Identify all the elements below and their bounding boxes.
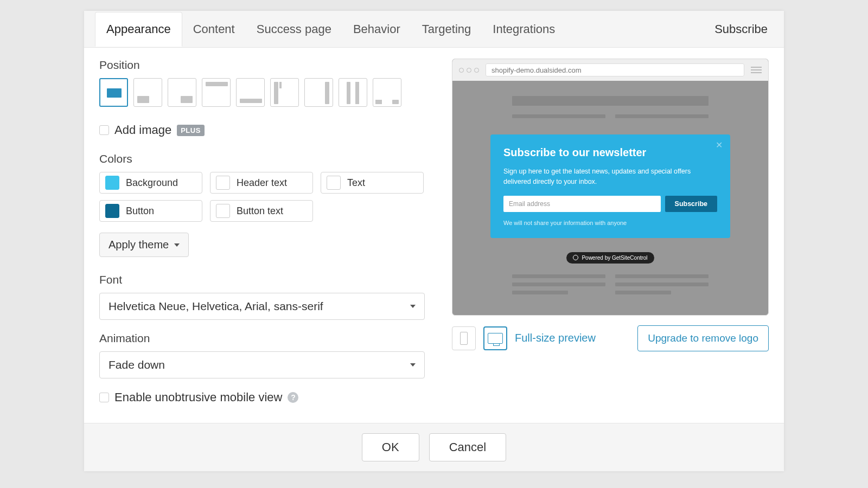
close-icon[interactable]: ✕ bbox=[716, 140, 723, 150]
widget-type-label: Subscribe bbox=[714, 22, 773, 36]
preview-controls: Full-size preview Upgrade to remove logo bbox=[452, 325, 769, 351]
animation-select[interactable]: Fade down bbox=[99, 351, 425, 378]
popup-body: Sign up here to get the latest news, upd… bbox=[503, 166, 717, 187]
subscribe-button[interactable]: Subscribe bbox=[665, 196, 717, 212]
email-field[interactable]: Email address bbox=[503, 196, 661, 212]
swatch-icon bbox=[327, 176, 341, 190]
colors-grid: Background Header text Text Button Butto… bbox=[99, 172, 430, 222]
device-mobile-button[interactable] bbox=[452, 326, 476, 350]
color-background[interactable]: Background bbox=[99, 172, 202, 194]
browser-chrome: shopify-demo.dualsided.com bbox=[452, 59, 768, 81]
add-image-label: Add image bbox=[114, 123, 171, 137]
add-image-row[interactable]: Add image PLUS bbox=[99, 123, 430, 137]
position-bottom-left[interactable] bbox=[133, 78, 162, 107]
font-label: Font bbox=[99, 273, 430, 286]
position-side-columns[interactable] bbox=[339, 78, 367, 107]
color-label: Background bbox=[126, 177, 178, 189]
desktop-icon bbox=[488, 333, 503, 344]
apply-theme-button[interactable]: Apply theme bbox=[99, 233, 189, 257]
add-image-checkbox[interactable] bbox=[99, 125, 109, 135]
apply-theme-label: Apply theme bbox=[108, 239, 169, 251]
caret-down-icon bbox=[410, 363, 416, 367]
window-dots-icon bbox=[459, 68, 479, 73]
swatch-icon bbox=[216, 176, 230, 190]
device-desktop-button[interactable] bbox=[483, 326, 507, 350]
color-text[interactable]: Text bbox=[321, 172, 424, 194]
help-icon[interactable]: ? bbox=[288, 392, 298, 403]
hamburger-icon bbox=[751, 67, 762, 73]
caret-down-icon bbox=[174, 243, 180, 247]
font-value: Helvetica Neue, Helvetica, Arial, sans-s… bbox=[108, 300, 323, 313]
preview-viewport: ✕ Subscribe to our newsletter Sign up he… bbox=[452, 81, 768, 315]
plus-badge: PLUS bbox=[177, 125, 205, 136]
color-button[interactable]: Button bbox=[99, 200, 202, 222]
animation-value: Fade down bbox=[108, 358, 165, 371]
cancel-button[interactable]: Cancel bbox=[429, 433, 506, 461]
ok-button[interactable]: OK bbox=[362, 433, 419, 461]
colors-label: Colors bbox=[99, 152, 430, 165]
color-button-text[interactable]: Button text bbox=[210, 200, 313, 222]
position-corners[interactable] bbox=[373, 78, 401, 107]
mobile-icon bbox=[460, 332, 468, 345]
animation-label: Animation bbox=[99, 332, 430, 345]
tab-targeting[interactable]: Targeting bbox=[411, 12, 482, 46]
powered-by-badge: Powered by GetSiteControl bbox=[566, 252, 654, 264]
upgrade-button[interactable]: Upgrade to remove logo bbox=[637, 325, 769, 351]
logo-icon bbox=[573, 255, 578, 260]
color-header-text[interactable]: Header text bbox=[210, 172, 313, 194]
color-label: Button text bbox=[237, 206, 283, 217]
tab-success-page[interactable]: Success page bbox=[246, 12, 342, 46]
url-bar: shopify-demo.dualsided.com bbox=[486, 63, 744, 76]
position-right-panel[interactable] bbox=[304, 78, 333, 107]
position-center[interactable] bbox=[99, 78, 128, 107]
powered-by-text: Powered by GetSiteControl bbox=[582, 255, 647, 261]
popup-disclaimer: We will not share your information with … bbox=[503, 220, 717, 226]
position-bottom-bar[interactable] bbox=[236, 78, 265, 107]
tabs-bar: Appearance Content Success page Behavior… bbox=[84, 11, 784, 48]
mobile-view-checkbox[interactable] bbox=[99, 393, 109, 402]
position-label: Position bbox=[99, 59, 430, 72]
browser-preview: shopify-demo.dualsided.com ✕ Subscribe t… bbox=[452, 59, 769, 316]
tab-integrations[interactable]: Integrations bbox=[482, 12, 566, 46]
tab-behavior[interactable]: Behavior bbox=[342, 12, 411, 46]
swatch-icon bbox=[105, 204, 119, 218]
full-size-preview-link[interactable]: Full-size preview bbox=[515, 332, 596, 344]
position-top-bar[interactable] bbox=[202, 78, 231, 107]
caret-down-icon bbox=[410, 305, 416, 308]
popup-heading: Subscribe to our newsletter bbox=[503, 146, 717, 159]
color-label: Header text bbox=[237, 177, 287, 189]
widget-settings-dialog: Appearance Content Success page Behavior… bbox=[84, 11, 784, 471]
settings-panel: Position Add image PLUS Colors bbox=[99, 59, 430, 407]
swatch-icon bbox=[216, 204, 230, 218]
mobile-view-row[interactable]: Enable unobtrusive mobile view ? bbox=[99, 390, 430, 404]
font-select[interactable]: Helvetica Neue, Helvetica, Arial, sans-s… bbox=[99, 293, 425, 320]
position-left-panel[interactable] bbox=[270, 78, 299, 107]
swatch-icon bbox=[105, 176, 119, 190]
popup-preview: ✕ Subscribe to our newsletter Sign up he… bbox=[490, 134, 730, 238]
color-label: Text bbox=[347, 177, 365, 189]
preview-panel: shopify-demo.dualsided.com ✕ Subscribe t… bbox=[452, 59, 769, 407]
position-picker bbox=[99, 78, 430, 107]
tab-content[interactable]: Content bbox=[182, 12, 246, 46]
mobile-view-label: Enable unobtrusive mobile view bbox=[114, 390, 282, 404]
tab-appearance[interactable]: Appearance bbox=[95, 12, 182, 47]
color-label: Button bbox=[126, 206, 154, 217]
dialog-footer: OK Cancel bbox=[84, 423, 784, 471]
position-bottom-right[interactable] bbox=[168, 78, 196, 107]
